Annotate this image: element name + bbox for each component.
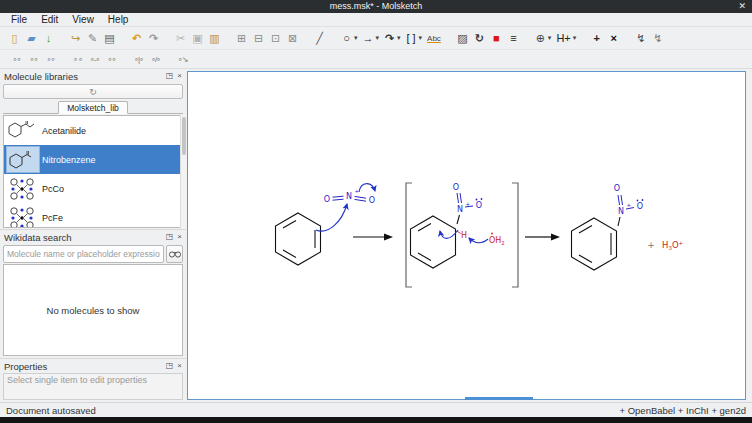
export-icon[interactable]: ✎ (85, 30, 100, 47)
canvas-hscroll-thumb[interactable] (465, 397, 533, 400)
align-center-icon[interactable]: ∘-∘ (87, 53, 102, 66)
reaction-arrow-dropdown-icon[interactable]: ▾ (376, 34, 380, 42)
align-left-icon[interactable]: ∘ ∘ (70, 53, 85, 66)
close-window-icon[interactable]: ✕ (738, 0, 746, 13)
properties-dock-title: Properties (4, 361, 47, 372)
reactant-benzene[interactable] (276, 213, 321, 265)
library-refresh-button[interactable]: ↻ (3, 84, 183, 99)
ring-tool-dropdown-icon[interactable]: ▾ (354, 34, 358, 42)
product-nitrobenzene[interactable]: N + O O (572, 184, 644, 270)
menu-file[interactable]: File (4, 13, 34, 27)
drawing-canvas[interactable]: O N + O (187, 71, 746, 400)
copy-icon[interactable]: ▣ (190, 30, 205, 47)
delete-icon[interactable]: × (606, 30, 621, 47)
align-bottom-icon[interactable]: ∘∘ (9, 53, 24, 66)
mechanism-arrow-n-to-o[interactable] (359, 184, 375, 192)
plus-sign: + (647, 240, 655, 250)
toolbar-separator (328, 38, 338, 39)
flip-vertical-icon[interactable]: ∘/∘ (148, 53, 163, 66)
close-dock-icon[interactable]: × (177, 359, 182, 373)
molecule-thumbnail (6, 146, 40, 173)
properties-dock-header: Properties ◳ × (0, 359, 186, 373)
zoom-in-icon[interactable]: ⊞ (234, 30, 249, 47)
menu-edit[interactable]: Edit (34, 13, 65, 27)
toolbar-separator (301, 38, 311, 39)
align-middle-icon[interactable]: ∘∘ (26, 53, 41, 66)
menu-view[interactable]: View (65, 13, 101, 27)
wikidata-search-input[interactable] (3, 245, 164, 263)
float-dock-icon[interactable]: ◳ (166, 230, 174, 244)
wikidata-search-row (3, 245, 183, 263)
water-molecule[interactable]: OH2 (489, 233, 505, 246)
text-tool-icon[interactable]: Abc (425, 30, 443, 47)
new-file-icon[interactable]: ▯ (7, 30, 22, 47)
mechanism-push-icon[interactable]: ↯ (633, 30, 648, 47)
charge-label: + (627, 202, 632, 208)
draw-line-icon[interactable]: ╱ (312, 30, 327, 47)
library-dock-title: Molecule libraries (4, 71, 78, 82)
mechanism-arrow-icon[interactable]: ↷ (382, 30, 397, 47)
color-swatch-icon[interactable]: ■ (489, 30, 504, 47)
reaction-arrow-icon[interactable]: → (361, 30, 376, 47)
molsketch-window: mess.msk* - Molsketch ✕ File Edit View H… (0, 0, 752, 423)
undo-icon[interactable]: ↶ (129, 30, 144, 47)
menu-bar: File Edit View Help (0, 13, 752, 27)
hydrogen-icon[interactable]: H+ (554, 30, 572, 47)
charge-icon[interactable]: ⊕ (533, 30, 548, 47)
zoom-original-icon[interactable]: ⊡ (268, 30, 283, 47)
ring-tool-icon[interactable]: ○ (339, 30, 354, 47)
line-width-icon[interactable]: ≡ (506, 30, 521, 47)
atom-label-n: N (346, 192, 352, 201)
atom-label-n: N (457, 205, 463, 214)
hydronium-ion[interactable]: H3O+ (662, 240, 684, 252)
dock-panel-column: Molecule libraries ◳ × ↻ Molsketch_lib (0, 69, 186, 402)
redo-icon[interactable]: ↷ (146, 30, 161, 47)
refresh-icon: ↻ (89, 87, 97, 97)
close-dock-icon[interactable]: × (177, 230, 182, 244)
mechanism-arrow-water-to-h[interactable] (469, 238, 488, 243)
zoom-out-icon[interactable]: ⊟ (251, 30, 266, 47)
wikidata-search-button[interactable] (166, 245, 183, 263)
list-item-pcco[interactable]: PcCo (4, 174, 182, 203)
canvas-area: O N + O (186, 69, 752, 402)
atom-label-o: O (476, 201, 482, 210)
close-dock-icon[interactable]: × (177, 69, 182, 83)
align-right-icon[interactable]: ∘∘ (104, 53, 119, 66)
list-item-label: Acetanilide (42, 126, 86, 136)
hatch-icon[interactable]: ▨ (455, 30, 470, 47)
align-top-icon[interactable]: ∘∘ (43, 53, 58, 66)
save-as-icon[interactable]: ↪ (68, 30, 83, 47)
reaction-arrow-2[interactable] (525, 234, 560, 241)
bracket-tool-dropdown-icon[interactable]: ▾ (419, 34, 423, 42)
atom-label-n: N (618, 207, 624, 216)
float-dock-icon[interactable]: ◳ (166, 359, 174, 373)
print-icon[interactable]: ▤ (102, 30, 117, 47)
rotate-icon[interactable]: ↻ (472, 30, 487, 47)
molecule-thumbnail (6, 117, 40, 144)
flip-horizontal-icon[interactable]: ∘|∘ (131, 53, 146, 66)
zoom-fit-icon[interactable]: ⊠ (285, 30, 300, 47)
connect-icon[interactable]: + (589, 30, 604, 47)
arenium-ion[interactable]: N + O O H (411, 183, 483, 268)
menu-help[interactable]: Help (101, 13, 136, 27)
list-item-pcfe[interactable]: PcFe (4, 203, 182, 228)
open-file-icon[interactable]: ▰ (24, 30, 39, 47)
nitronium-ion[interactable]: O N + O (324, 188, 375, 205)
toolbar-separator (57, 38, 67, 39)
paste-icon[interactable]: ▥ (207, 30, 222, 47)
molecule-thumbnail (6, 204, 40, 228)
list-item-label: PcCo (42, 184, 64, 194)
clean-geometry-icon[interactable]: ∘↘ (175, 53, 190, 66)
reaction-arrow-1[interactable] (353, 234, 393, 241)
charge-dropdown-icon[interactable]: ▾ (548, 34, 552, 42)
tab-molsketch-lib[interactable]: Molsketch_lib (58, 101, 128, 114)
list-item-acetanilide[interactable]: Acetanilide (4, 116, 182, 145)
cut-icon[interactable]: ✂ (173, 30, 188, 47)
mechanism-arrow-dropdown-icon[interactable]: ▾ (397, 34, 401, 42)
bracket-tool-icon[interactable]: [ ] (404, 30, 419, 47)
hydrogen-dropdown-icon[interactable]: ▾ (573, 34, 577, 42)
save-file-icon[interactable]: ↓ (41, 30, 56, 47)
mechanism-push-alt-icon[interactable]: ↯ (650, 30, 665, 47)
list-item-nitrobenzene[interactable]: Nitrobenzene (4, 145, 182, 174)
float-dock-icon[interactable]: ◳ (166, 69, 174, 83)
